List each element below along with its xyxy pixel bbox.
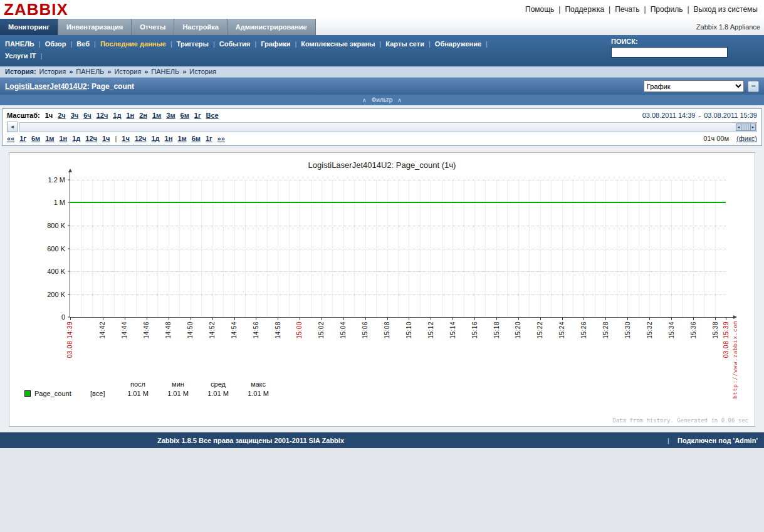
- slider-right-handle[interactable]: ►: [750, 123, 756, 131]
- scale-link[interactable]: 1н: [126, 112, 134, 119]
- x-axis-label-text: 15:32: [646, 321, 652, 339]
- sub-nav-link[interactable]: Графики: [261, 40, 290, 48]
- period-forward-link[interactable]: 1ч: [122, 135, 130, 142]
- sub-nav-link[interactable]: Обнаружение: [435, 40, 481, 48]
- breadcrumb-item[interactable]: История: [189, 68, 216, 75]
- scale-link[interactable]: 2н: [139, 112, 147, 119]
- x-gridline: [649, 180, 650, 317]
- filter-toggle[interactable]: ∧ Фильтр ∧: [0, 95, 764, 105]
- period-forward-link[interactable]: 1г: [206, 135, 212, 142]
- x-axis-label-text: 14:50: [186, 321, 193, 339]
- collapse-button[interactable]: −: [748, 81, 759, 92]
- y-axis-extension: [70, 172, 70, 180]
- breadcrumb-separator: »: [69, 68, 73, 75]
- sub-nav-link[interactable]: Услуги IT: [5, 52, 36, 60]
- series-line: [70, 202, 726, 203]
- period-back-link[interactable]: 12ч: [85, 135, 97, 142]
- zabbix-watermark: http://www.zabbix.com: [732, 321, 738, 399]
- period-back-link[interactable]: ««: [7, 135, 14, 142]
- header-link-separator: |: [687, 5, 689, 14]
- sub-nav-link[interactable]: Последние данные: [100, 40, 166, 48]
- sub-nav-link[interactable]: Обзор: [45, 40, 66, 48]
- sub-nav-link[interactable]: Веб: [76, 40, 90, 48]
- breadcrumb-item[interactable]: История: [114, 68, 141, 75]
- x-axis-label: 15:10: [405, 321, 412, 339]
- sub-nav-link[interactable]: ПАНЕЛЬ: [5, 40, 34, 48]
- x-axis-label: 15:30: [624, 321, 631, 339]
- x-tick-mark: [191, 318, 191, 320]
- scale-link[interactable]: 6ч: [83, 112, 92, 119]
- header-link[interactable]: Печать: [615, 5, 639, 14]
- period-forward-link[interactable]: 1м: [177, 135, 186, 142]
- period-back-link[interactable]: 1ч: [102, 135, 110, 142]
- scale-link[interactable]: 2ч: [58, 112, 66, 119]
- header-link[interactable]: Поддержка: [565, 5, 604, 14]
- scroll-left-button[interactable]: ◄: [7, 122, 18, 132]
- period-start-date[interactable]: 03.08.2011 14:39: [642, 112, 696, 119]
- x-gridline: [212, 180, 213, 317]
- x-tick-mark: [278, 318, 278, 320]
- sub-nav-link[interactable]: Триггеры: [177, 40, 209, 48]
- main-nav-tab[interactable]: Инвентаризация: [58, 19, 132, 35]
- period-forward-link[interactable]: 6м: [192, 135, 201, 142]
- period-end-date[interactable]: 03.08.2011 15:39: [704, 112, 757, 119]
- scale-link[interactable]: 1ч: [45, 112, 53, 119]
- x-gridline: [289, 180, 290, 317]
- scale-link[interactable]: 3м: [166, 112, 175, 119]
- period-duration-area: 01ч 00м (фикс): [703, 135, 757, 142]
- fix-period-link[interactable]: (фикс): [736, 135, 757, 142]
- x-gridline: [81, 180, 81, 317]
- breadcrumb-item[interactable]: История: [39, 68, 66, 75]
- x-gridline: [256, 180, 256, 317]
- host-link[interactable]: LogistiLaserJet4014U2: [5, 82, 87, 91]
- plot-area[interactable]: 0200 K400 K600 K800 K1 M1.2 M: [70, 180, 726, 318]
- header-link[interactable]: Выход из системы: [694, 5, 758, 14]
- header-link[interactable]: Профиль: [651, 5, 683, 14]
- period-forward-link[interactable]: 1д: [152, 135, 160, 142]
- scale-link[interactable]: 1д: [113, 112, 121, 119]
- main-nav-tab[interactable]: Отчеты: [132, 19, 174, 35]
- period-back-link[interactable]: 1д: [72, 135, 80, 142]
- x-gridline: [343, 180, 344, 317]
- period-forward-link[interactable]: 1н: [165, 135, 173, 142]
- search-input[interactable]: [611, 47, 728, 58]
- main-nav-tab[interactable]: Мониторинг: [0, 19, 58, 35]
- period-forward-link[interactable]: 12ч: [135, 135, 147, 142]
- scale-link[interactable]: 1м: [152, 112, 161, 119]
- y-axis-label: 600 K: [47, 245, 65, 253]
- legend-header-spacer: [22, 380, 88, 390]
- period-back-link[interactable]: 1н: [59, 135, 67, 142]
- x-axis-labels: 03.08 14:3914:4214:4414:4614:4814:5014:5…: [70, 321, 726, 378]
- breadcrumb-item[interactable]: ПАНЕЛЬ: [151, 68, 179, 75]
- period-forward-link[interactable]: »»: [217, 135, 225, 142]
- period-back-link[interactable]: 1г: [19, 135, 26, 142]
- main-nav-tab[interactable]: Администрирование: [228, 19, 316, 35]
- sub-nav-link[interactable]: События: [219, 40, 250, 48]
- period-back-link[interactable]: 6м: [31, 135, 40, 142]
- scale-link[interactable]: Все: [206, 112, 219, 119]
- sub-nav-link[interactable]: Комплексные экраны: [301, 40, 375, 48]
- scale-link[interactable]: 1г: [194, 112, 201, 119]
- main-nav-tab[interactable]: Настройка: [174, 19, 227, 35]
- sub-nav-link[interactable]: Карты сети: [385, 40, 424, 48]
- time-scrollbar-track[interactable]: ◄ ►: [19, 122, 757, 132]
- scale-link[interactable]: 3ч: [71, 112, 79, 119]
- period-back-link[interactable]: 1м: [45, 135, 54, 142]
- breadcrumb-item[interactable]: ПАНЕЛЬ: [76, 68, 104, 75]
- time-scrollbar-slider[interactable]: ◄ ►: [736, 123, 756, 131]
- x-axis-arrow-icon: [733, 315, 737, 319]
- slider-left-handle[interactable]: ◄: [736, 123, 741, 131]
- x-axis-label-text: 15:30: [624, 321, 631, 339]
- scale-link[interactable]: 6м: [181, 112, 189, 119]
- chevron-up-icon: ∧: [362, 97, 367, 103]
- slider-drag-area[interactable]: [741, 123, 750, 131]
- scale-link[interactable]: 12ч: [97, 112, 108, 119]
- x-gridline: [507, 180, 508, 317]
- x-axis-label-text: 14:56: [252, 321, 259, 339]
- header-link[interactable]: Помощь: [525, 5, 554, 14]
- x-gridline: [409, 180, 409, 317]
- header-link-separator: |: [609, 5, 610, 14]
- view-select[interactable]: График: [644, 80, 744, 92]
- zabbix-logo[interactable]: ZABBIX: [4, 0, 68, 19]
- x-gridline: [496, 180, 497, 317]
